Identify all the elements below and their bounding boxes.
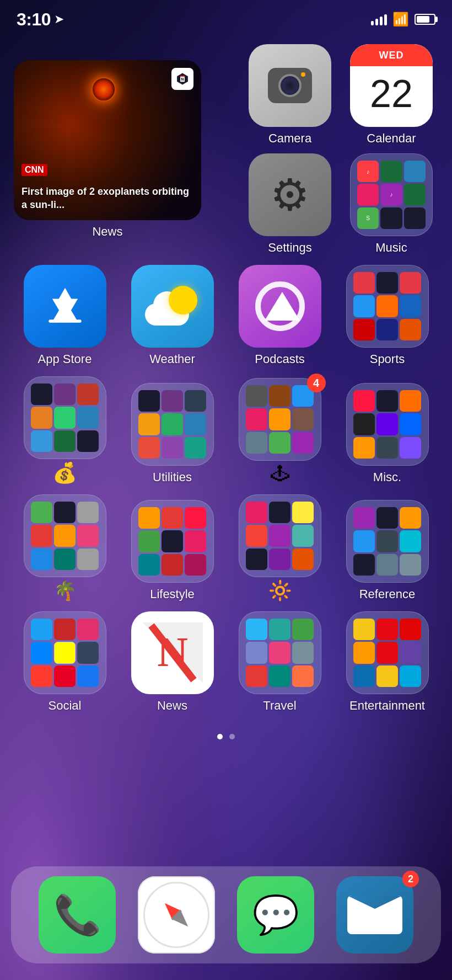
lifestyle-folder-icon — [131, 500, 214, 583]
safari-dock-item[interactable] — [138, 876, 215, 954]
camera-icon — [249, 44, 331, 127]
messages-dock-item[interactable]: 💬 — [237, 876, 314, 954]
utilities-folder-label: Utilities — [153, 470, 192, 484]
battery-icon — [415, 14, 435, 25]
calendar-app[interactable]: WED 22 Calendar — [345, 44, 438, 146]
travel-folder-label: Travel — [263, 699, 296, 713]
weather-app[interactable]: Weather — [126, 265, 219, 366]
row3: 💰 Utilities — [11, 376, 441, 484]
wifi-icon: 📶 — [392, 12, 409, 27]
misc-folder-icon — [346, 383, 429, 466]
camera-app[interactable]: Camera — [243, 44, 337, 146]
finance-folder[interactable]: 💰 — [18, 376, 112, 484]
entertainment-folder[interactable]: Entertainment — [341, 611, 434, 713]
music-folder-label: Music — [375, 241, 407, 255]
phone-icon: 📞 — [39, 876, 116, 954]
reference-folder-label: Reference — [359, 587, 416, 601]
mail-badge: 2 — [402, 871, 419, 887]
sports-folder-label: Sports — [370, 352, 405, 366]
podcasts-icon — [239, 265, 321, 348]
news-widget-wrap[interactable]: N CNN First image of 2 exoplanets orbiti… — [14, 60, 201, 239]
mail-icon — [336, 876, 413, 954]
games-folder-icon — [239, 378, 321, 461]
appstore-icon — [24, 265, 106, 348]
travel-folder-icon — [239, 611, 321, 694]
maps-emoji: 🌴 — [53, 579, 77, 601]
location-arrow-icon: ➤ — [54, 12, 64, 26]
lifestyle-folder-label: Lifestyle — [150, 587, 195, 601]
settings-label: Settings — [268, 241, 312, 255]
calendar-day: WED — [379, 50, 404, 61]
page-dots — [11, 723, 441, 745]
appstore-app[interactable]: App Store — [18, 265, 112, 366]
podcasts-label: Podcasts — [255, 352, 305, 366]
row4: 🌴 Lifestyle — [11, 494, 441, 601]
mail-dock-item[interactable]: 2 — [336, 876, 413, 954]
dock: 📞 💬 2 — [11, 866, 441, 963]
games-emoji: 🕹 — [271, 463, 289, 484]
news-source: CNN — [21, 164, 47, 176]
settings-icon: ⚙ — [249, 153, 331, 236]
travel-folder[interactable]: Travel — [233, 611, 327, 713]
misc-folder-label: Misc. — [373, 470, 401, 484]
news-widget-label: News — [92, 225, 122, 239]
utilities-folder[interactable]: Utilities — [126, 383, 219, 484]
messages-icon: 💬 — [237, 876, 314, 954]
news-standalone-app[interactable]: N News — [126, 611, 219, 713]
news-widget-apple-icon: N — [171, 68, 193, 90]
social-folder-label: Social — [49, 699, 82, 713]
music-folder[interactable]: ♪ ♪ S Music — [345, 153, 438, 255]
camera-label: Camera — [268, 131, 311, 146]
settings-app[interactable]: ⚙ Settings — [243, 153, 337, 255]
news-standalone-icon: N — [131, 611, 214, 694]
social-folder[interactable]: Social — [18, 611, 112, 713]
entertainment-folder-icon — [346, 611, 429, 694]
sports-folder[interactable]: Sports — [341, 265, 434, 366]
calendar-date: 22 — [370, 74, 413, 113]
finance-folder-icon — [24, 376, 106, 459]
entertainment-folder-label: Entertainment — [349, 699, 425, 713]
weather-label: Weather — [149, 352, 195, 366]
row5: Social N News — [11, 611, 441, 713]
lifestyle-folder[interactable]: Lifestyle — [126, 500, 219, 601]
sports-folder-icon — [346, 265, 429, 348]
games-folder[interactable]: 4 🕹 — [233, 378, 327, 484]
social-folder-icon — [24, 611, 106, 694]
safari-icon — [138, 876, 215, 954]
page-dot-1[interactable] — [217, 734, 223, 739]
status-bar: 3:10 ➤ 📶 — [0, 0, 452, 39]
signal-icon — [371, 13, 387, 25]
maps-folder[interactable]: 🌴 — [18, 494, 112, 601]
games-folder-icon-wrap: 4 — [239, 378, 321, 461]
home-screen: N CNN First image of 2 exoplanets orbiti… — [0, 39, 452, 866]
utilities-folder-icon — [131, 383, 214, 466]
weather-icon — [131, 265, 214, 348]
games-folder-badge: 4 — [307, 374, 326, 392]
news-headline: First image of 2 exoplanets orbiting a s… — [21, 185, 193, 211]
music-folder-icon: ♪ ♪ S — [350, 153, 433, 236]
page-dot-2[interactable] — [229, 734, 235, 739]
svg-text:N: N — [181, 77, 184, 81]
appstore-label: App Store — [38, 352, 92, 366]
maps-folder-icon — [24, 494, 106, 577]
row2: App Store Weather — [11, 265, 441, 366]
calendar-icon: WED 22 — [350, 44, 433, 127]
photo-emoji: 🔆 — [268, 579, 292, 601]
status-icons: 📶 — [371, 12, 435, 27]
news-standalone-label: News — [157, 699, 187, 713]
podcasts-app[interactable]: Podcasts — [233, 265, 327, 366]
reference-folder[interactable]: Reference — [341, 500, 434, 601]
finance-folder-emoji: 💰 — [52, 461, 77, 484]
misc-folder[interactable]: Misc. — [341, 383, 434, 484]
photo-folder-icon — [239, 494, 321, 577]
phone-dock-item[interactable]: 📞 — [39, 876, 116, 954]
calendar-label: Calendar — [367, 131, 416, 146]
reference-folder-icon — [346, 500, 429, 583]
photo-folder[interactable]: 🔆 — [233, 494, 327, 601]
status-time: 3:10 — [17, 9, 51, 30]
